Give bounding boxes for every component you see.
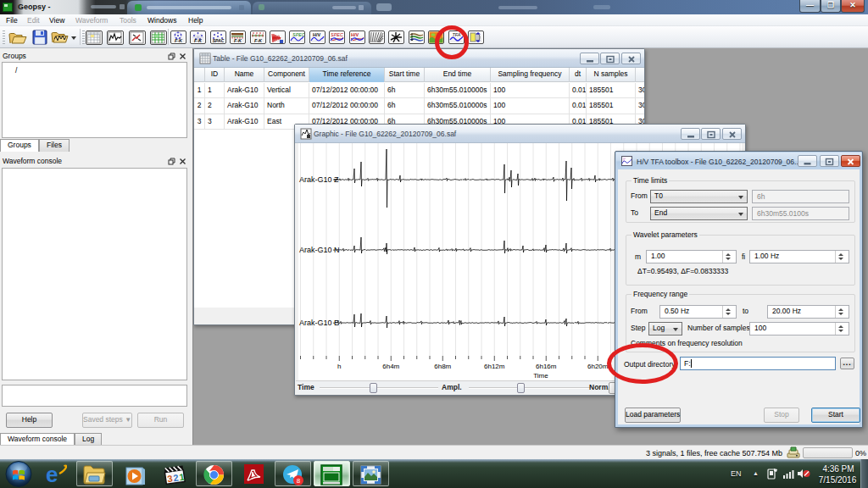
- svg-text:6h16m: 6h16m: [536, 363, 557, 370]
- svg-text:SPEC: SPEC: [331, 32, 343, 37]
- svg-text:6h20m: 6h20m: [587, 363, 609, 370]
- svg-text:6h4m: 6h4m: [382, 363, 399, 370]
- svg-text:H/V: H/V: [313, 32, 321, 37]
- svg-text:Arak-G10 E: Arak-G10 E: [299, 319, 339, 327]
- svg-text:H/V: H/V: [351, 32, 359, 37]
- svg-text:8: 8: [297, 477, 301, 485]
- svg-text:SPEC: SPEC: [292, 32, 304, 37]
- svg-text:6h8m: 6h8m: [434, 363, 451, 370]
- svg-text:Time: Time: [533, 372, 548, 380]
- svg-text:Arak-G10 N: Arak-G10 N: [299, 246, 340, 254]
- svg-text:6h12m: 6h12m: [484, 363, 505, 370]
- svg-text:e: e: [46, 463, 58, 486]
- svg-text:Arak-G10 Z: Arak-G10 Z: [299, 175, 339, 184]
- svg-text:h: h: [337, 363, 341, 370]
